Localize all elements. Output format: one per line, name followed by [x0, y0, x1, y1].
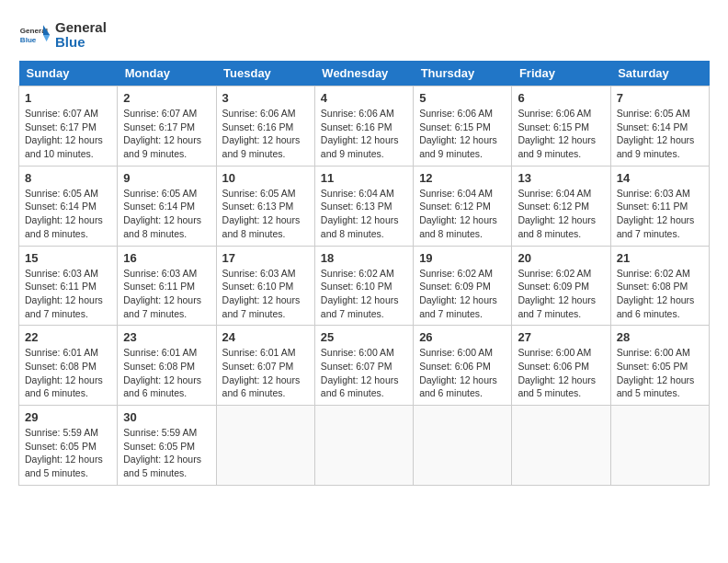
header-row: Sunday Monday Tuesday Wednesday Thursday…	[19, 61, 710, 86]
day-cell-1: 1 Sunrise: 6:07 AMSunset: 6:17 PMDayligh…	[19, 86, 118, 167]
th-sunday: Sunday	[19, 61, 118, 86]
cell-info: Sunrise: 6:07 AMSunset: 6:17 PMDaylight:…	[123, 108, 201, 159]
empty-cell	[314, 406, 413, 486]
cell-info: Sunrise: 6:03 AMSunset: 6:11 PMDaylight:…	[123, 268, 201, 319]
day-cell-6: 6 Sunrise: 6:06 AMSunset: 6:15 PMDayligh…	[512, 86, 610, 167]
calendar-body: 1 Sunrise: 6:07 AMSunset: 6:17 PMDayligh…	[19, 86, 710, 486]
th-tuesday: Tuesday	[216, 61, 314, 86]
day-cell-10: 10 Sunrise: 6:05 AMSunset: 6:13 PMDaylig…	[216, 166, 314, 246]
logo: General Blue General Blue	[18, 18, 107, 52]
day-number: 21	[617, 251, 703, 265]
cell-info: Sunrise: 6:06 AMSunset: 6:15 PMDaylight:…	[419, 108, 497, 159]
day-cell-14: 14 Sunrise: 6:03 AMSunset: 6:11 PMDaylig…	[610, 166, 709, 246]
empty-cell	[512, 406, 610, 486]
day-cell-15: 15 Sunrise: 6:03 AMSunset: 6:11 PMDaylig…	[19, 246, 118, 326]
day-number: 14	[617, 171, 703, 185]
day-number: 18	[321, 251, 407, 265]
calendar-row: 1 Sunrise: 6:07 AMSunset: 6:17 PMDayligh…	[19, 86, 710, 167]
day-cell-20: 20 Sunrise: 6:02 AMSunset: 6:09 PMDaylig…	[512, 246, 610, 326]
day-number: 27	[518, 330, 604, 344]
cell-info: Sunrise: 6:04 AMSunset: 6:12 PMDaylight:…	[518, 188, 596, 239]
cell-info: Sunrise: 5:59 AMSunset: 6:05 PMDaylight:…	[123, 427, 201, 478]
cell-info: Sunrise: 6:05 AMSunset: 6:14 PMDaylight:…	[25, 188, 103, 239]
cell-info: Sunrise: 6:02 AMSunset: 6:09 PMDaylight:…	[518, 268, 596, 319]
calendar-row: 15 Sunrise: 6:03 AMSunset: 6:11 PMDaylig…	[19, 246, 710, 326]
calendar-row: 22 Sunrise: 6:01 AMSunset: 6:08 PMDaylig…	[19, 326, 710, 406]
day-cell-26: 26 Sunrise: 6:00 AMSunset: 6:06 PMDaylig…	[414, 326, 512, 406]
day-number: 25	[321, 330, 407, 344]
day-cell-4: 4 Sunrise: 6:06 AMSunset: 6:16 PMDayligh…	[314, 86, 413, 167]
day-number: 10	[222, 171, 309, 185]
day-cell-3: 3 Sunrise: 6:06 AMSunset: 6:16 PMDayligh…	[216, 86, 314, 167]
cell-info: Sunrise: 6:05 AMSunset: 6:14 PMDaylight:…	[617, 108, 695, 159]
cell-info: Sunrise: 6:06 AMSunset: 6:16 PMDaylight:…	[222, 108, 301, 159]
day-cell-13: 13 Sunrise: 6:04 AMSunset: 6:12 PMDaylig…	[512, 166, 610, 246]
cell-info: Sunrise: 6:01 AMSunset: 6:07 PMDaylight:…	[222, 347, 301, 398]
day-number: 3	[222, 91, 309, 105]
day-number: 15	[25, 251, 111, 265]
day-cell-30: 30 Sunrise: 5:59 AMSunset: 6:05 PMDaylig…	[118, 406, 216, 486]
day-number: 11	[321, 171, 407, 185]
calendar-table: Sunday Monday Tuesday Wednesday Thursday…	[18, 61, 710, 486]
day-cell-5: 5 Sunrise: 6:06 AMSunset: 6:15 PMDayligh…	[414, 86, 512, 167]
cell-info: Sunrise: 6:00 AMSunset: 6:06 PMDaylight:…	[419, 347, 497, 398]
logo-icon: General Blue	[18, 18, 51, 52]
cell-info: Sunrise: 6:00 AMSunset: 6:06 PMDaylight:…	[518, 347, 596, 398]
cell-info: Sunrise: 6:03 AMSunset: 6:11 PMDaylight:…	[617, 188, 695, 239]
day-number: 6	[518, 91, 604, 105]
day-cell-28: 28 Sunrise: 6:00 AMSunset: 6:05 PMDaylig…	[610, 326, 709, 406]
day-cell-16: 16 Sunrise: 6:03 AMSunset: 6:11 PMDaylig…	[118, 246, 216, 326]
day-cell-11: 11 Sunrise: 6:04 AMSunset: 6:13 PMDaylig…	[314, 166, 413, 246]
day-number: 29	[25, 410, 111, 424]
day-cell-22: 22 Sunrise: 6:01 AMSunset: 6:08 PMDaylig…	[19, 326, 118, 406]
day-number: 26	[419, 330, 506, 344]
th-thursday: Thursday	[414, 61, 512, 86]
calendar-row: 29 Sunrise: 5:59 AMSunset: 6:05 PMDaylig…	[19, 406, 710, 486]
day-number: 16	[123, 251, 210, 265]
th-wednesday: Wednesday	[314, 61, 413, 86]
day-number: 9	[123, 171, 210, 185]
day-number: 7	[617, 91, 703, 105]
day-cell-29: 29 Sunrise: 5:59 AMSunset: 6:05 PMDaylig…	[19, 406, 118, 486]
day-cell-7: 7 Sunrise: 6:05 AMSunset: 6:14 PMDayligh…	[610, 86, 709, 167]
day-number: 30	[123, 410, 210, 424]
day-cell-17: 17 Sunrise: 6:03 AMSunset: 6:10 PMDaylig…	[216, 246, 314, 326]
empty-cell	[610, 406, 709, 486]
day-number: 1	[25, 91, 111, 105]
cell-info: Sunrise: 6:02 AMSunset: 6:10 PMDaylight:…	[321, 268, 399, 319]
cell-info: Sunrise: 6:05 AMSunset: 6:13 PMDaylight:…	[222, 188, 301, 239]
day-number: 28	[617, 330, 703, 344]
day-number: 12	[419, 171, 506, 185]
day-cell-8: 8 Sunrise: 6:05 AMSunset: 6:14 PMDayligh…	[19, 166, 118, 246]
day-number: 17	[222, 251, 309, 265]
empty-cell	[216, 406, 314, 486]
day-number: 4	[321, 91, 407, 105]
day-cell-24: 24 Sunrise: 6:01 AMSunset: 6:07 PMDaylig…	[216, 326, 314, 406]
cell-info: Sunrise: 6:00 AMSunset: 6:07 PMDaylight:…	[321, 347, 399, 398]
th-friday: Friday	[512, 61, 610, 86]
cell-info: Sunrise: 6:03 AMSunset: 6:11 PMDaylight:…	[25, 268, 103, 319]
cell-info: Sunrise: 5:59 AMSunset: 6:05 PMDaylight:…	[25, 427, 103, 478]
day-cell-19: 19 Sunrise: 6:02 AMSunset: 6:09 PMDaylig…	[414, 246, 512, 326]
day-number: 13	[518, 171, 604, 185]
logo-blue-text: Blue	[55, 35, 107, 51]
cell-info: Sunrise: 6:01 AMSunset: 6:08 PMDaylight:…	[123, 347, 201, 398]
calendar-row: 8 Sunrise: 6:05 AMSunset: 6:14 PMDayligh…	[19, 166, 710, 246]
day-cell-9: 9 Sunrise: 6:05 AMSunset: 6:14 PMDayligh…	[118, 166, 216, 246]
cell-info: Sunrise: 6:03 AMSunset: 6:10 PMDaylight:…	[222, 268, 301, 319]
th-saturday: Saturday	[610, 61, 709, 86]
day-number: 2	[123, 91, 210, 105]
day-cell-21: 21 Sunrise: 6:02 AMSunset: 6:08 PMDaylig…	[610, 246, 709, 326]
day-cell-23: 23 Sunrise: 6:01 AMSunset: 6:08 PMDaylig…	[118, 326, 216, 406]
svg-text:Blue: Blue	[20, 36, 37, 44]
cell-info: Sunrise: 6:07 AMSunset: 6:17 PMDaylight:…	[25, 108, 103, 159]
page-header: General Blue General Blue	[18, 18, 710, 52]
day-number: 19	[419, 251, 506, 265]
day-number: 20	[518, 251, 604, 265]
day-number: 23	[123, 330, 210, 344]
day-cell-27: 27 Sunrise: 6:00 AMSunset: 6:06 PMDaylig…	[512, 326, 610, 406]
cell-info: Sunrise: 6:06 AMSunset: 6:16 PMDaylight:…	[321, 108, 399, 159]
day-cell-18: 18 Sunrise: 6:02 AMSunset: 6:10 PMDaylig…	[314, 246, 413, 326]
day-cell-25: 25 Sunrise: 6:00 AMSunset: 6:07 PMDaylig…	[314, 326, 413, 406]
day-cell-12: 12 Sunrise: 6:04 AMSunset: 6:12 PMDaylig…	[414, 166, 512, 246]
